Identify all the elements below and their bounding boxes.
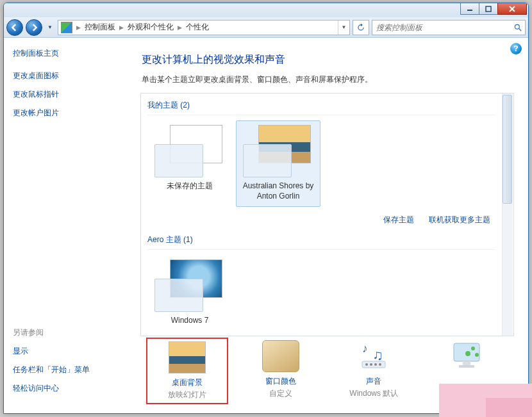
page-title: 更改计算机上的视觉效果和声音 <box>135 38 528 74</box>
desktop-background-icon <box>169 341 206 373</box>
theme-tile-australian-shores[interactable]: Australian Shores by Anton Gorlin <box>236 120 320 207</box>
svg-rect-1 <box>486 6 491 12</box>
svg-point-17 <box>465 351 470 356</box>
screensaver-icon <box>449 340 486 372</box>
window-controls <box>461 3 527 15</box>
seealso-display[interactable]: 显示 <box>13 346 126 357</box>
overlay <box>486 398 532 417</box>
address-dropdown[interactable]: ▼ <box>338 20 349 35</box>
refresh-button[interactable] <box>353 20 369 35</box>
theme-tile-unsaved[interactable]: 未保存的主题 <box>147 120 232 207</box>
breadcrumb-l1[interactable]: 外观和个性化 <box>125 20 176 35</box>
section-my-themes: 我的主题 (2) <box>147 97 495 115</box>
breadcrumb-root[interactable]: 控制面板 <box>82 20 118 35</box>
svg-point-18 <box>475 353 479 357</box>
window-color-icon <box>262 340 299 372</box>
get-more-themes-link[interactable]: 联机获取更多主题 <box>429 215 490 224</box>
svg-line-5 <box>519 28 522 31</box>
svg-point-9 <box>365 363 368 366</box>
titlebar <box>4 3 528 17</box>
theme-tile-windows7[interactable]: Windows 7 <box>147 255 232 332</box>
theme-name: Australian Shores by Anton Gorlin <box>239 181 317 201</box>
svg-point-4 <box>515 24 519 29</box>
sidebar-link-desktop-icons[interactable]: 更改桌面图标 <box>13 70 126 81</box>
control-panel-home-link[interactable]: 控制面板主页 <box>13 48 126 59</box>
sidebar-link-mouse-pointer[interactable]: 更改鼠标指针 <box>13 89 126 100</box>
svg-point-11 <box>374 363 377 366</box>
see-also: 另请参阅 显示 任务栏和「开始」菜单 轻松访问中心 <box>13 327 126 402</box>
save-theme-link[interactable]: 保存主题 <box>383 215 414 224</box>
close-button[interactable] <box>497 3 527 15</box>
desktop-background-label: 桌面背景 <box>150 377 224 388</box>
nav-row: ▼ ▶ 控制面板 ▶ 外观和个性化 ▶ 个性化 ▼ <box>4 17 528 38</box>
sidebar-link-account-picture[interactable]: 更改帐户图片 <box>13 108 126 119</box>
svg-text:♪: ♪ <box>362 342 368 355</box>
svg-rect-14 <box>463 361 470 365</box>
window: ▼ ▶ 控制面板 ▶ 外观和个性化 ▶ 个性化 ▼ 控制面板主页 更改桌面图标 … <box>3 3 529 414</box>
maximize-button[interactable] <box>479 3 498 15</box>
help-icon[interactable]: ? <box>510 43 522 54</box>
svg-point-12 <box>379 363 381 366</box>
sound-sub: Windows 默认 <box>335 388 412 399</box>
chevron-right-icon: ▶ <box>176 24 183 31</box>
control-panel-icon <box>61 22 72 33</box>
theme-name: 未保存的主题 <box>151 181 229 192</box>
desktop-background-item[interactable]: 桌面背景 放映幻灯片 <box>149 340 226 402</box>
page-subtitle: 单击某个主题立即更改桌面背景、窗口颜色、声音和屏幕保护程序。 <box>135 74 528 93</box>
window-color-item[interactable]: 窗口颜色 自定义 <box>242 340 319 399</box>
scrollbar-thumb[interactable] <box>503 95 512 204</box>
search-icon[interactable] <box>511 23 525 32</box>
sounds-item[interactable]: ♪♫ 声音 Windows 默认 <box>335 340 412 399</box>
theme-name: Windows 7 <box>151 316 229 326</box>
desktop-background-sub: 放映幻灯片 <box>150 389 224 400</box>
theme-content: 我的主题 (2) 未保存的主题 Australian Shores by Ant… <box>141 94 502 336</box>
search-box[interactable] <box>372 20 526 35</box>
chevron-right-icon: ▶ <box>118 24 125 31</box>
theme-actions: 保存主题 联机获取更多主题 <box>147 211 495 232</box>
seealso-ease-of-access[interactable]: 轻松访问中心 <box>13 383 126 394</box>
forward-button[interactable] <box>26 19 42 36</box>
screensaver-item[interactable] <box>429 340 506 376</box>
seealso-taskbar[interactable]: 任务栏和「开始」菜单 <box>13 364 126 375</box>
address-bar[interactable]: ▶ 控制面板 ▶ 外观和个性化 ▶ 个性化 ▼ <box>58 20 350 35</box>
svg-text:♫: ♫ <box>372 347 383 363</box>
sound-label: 声音 <box>335 376 412 387</box>
nav-history-dropdown[interactable]: ▼ <box>45 21 55 34</box>
svg-point-16 <box>471 347 475 350</box>
theme-list: 我的主题 (2) 未保存的主题 Australian Shores by Ant… <box>140 93 514 336</box>
svg-rect-15 <box>459 365 474 368</box>
window-color-label: 窗口颜色 <box>242 376 319 387</box>
svg-point-10 <box>370 363 372 366</box>
see-also-header: 另请参阅 <box>13 327 126 338</box>
window-body: 控制面板主页 更改桌面图标 更改鼠标指针 更改帐户图片 另请参阅 显示 任务栏和… <box>4 38 528 413</box>
back-button[interactable] <box>6 19 23 36</box>
window-color-sub: 自定义 <box>242 388 319 399</box>
chevron-right-icon: ▶ <box>75 24 82 31</box>
main-pane: ? 更改计算机上的视觉效果和声音 单击某个主题立即更改桌面背景、窗口颜色、声音和… <box>135 38 528 413</box>
sound-icon: ♪♫ <box>355 340 392 372</box>
breadcrumb-l2[interactable]: 个性化 <box>183 20 212 35</box>
minimize-button[interactable] <box>460 3 479 15</box>
search-input[interactable] <box>372 23 511 32</box>
sidebar: 控制面板主页 更改桌面图标 更改鼠标指针 更改帐户图片 另请参阅 显示 任务栏和… <box>4 38 135 413</box>
section-aero-themes: Aero 主题 (1) <box>147 232 495 250</box>
